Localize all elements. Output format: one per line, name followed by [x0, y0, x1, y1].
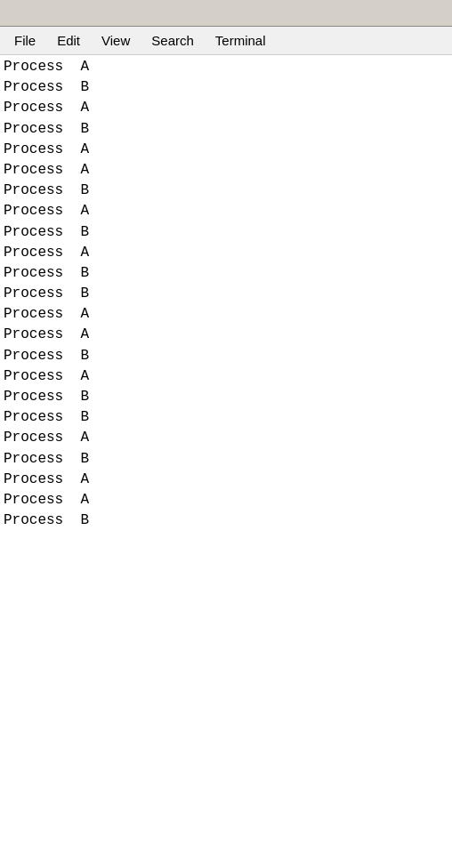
list-item: Process A: [4, 98, 448, 118]
list-item: Process A: [4, 325, 448, 345]
list-item: Process B: [4, 449, 448, 470]
menu-search[interactable]: Search: [141, 29, 205, 52]
content-area: Process AProcess BProcess AProcess BProc…: [0, 55, 452, 868]
title-bar: [0, 0, 452, 27]
list-item: Process A: [4, 201, 448, 221]
menu-view[interactable]: View: [91, 29, 141, 52]
list-item: Process A: [4, 470, 448, 490]
list-item: Process B: [4, 263, 448, 284]
list-item: Process B: [4, 77, 448, 98]
list-item: Process A: [4, 160, 448, 181]
list-item: Process A: [4, 57, 448, 77]
list-item: Process B: [4, 181, 448, 201]
list-item: Process A: [4, 304, 448, 325]
menu-file[interactable]: File: [4, 29, 46, 52]
list-item: Process B: [4, 346, 448, 366]
list-item: Process A: [4, 428, 448, 448]
menu-edit[interactable]: Edit: [46, 29, 91, 52]
list-item: Process B: [4, 222, 448, 243]
list-item: Process A: [4, 490, 448, 510]
list-item: Process B: [4, 407, 448, 428]
list-item: Process B: [4, 119, 448, 140]
list-item: Process A: [4, 243, 448, 263]
list-item: Process A: [4, 140, 448, 160]
list-item: Process B: [4, 284, 448, 304]
menu-bar: FileEditViewSearchTerminal: [0, 27, 452, 55]
list-item: Process A: [4, 366, 448, 387]
list-item: Process B: [4, 510, 448, 531]
menu-terminal[interactable]: Terminal: [205, 29, 277, 52]
list-item: Process B: [4, 387, 448, 407]
